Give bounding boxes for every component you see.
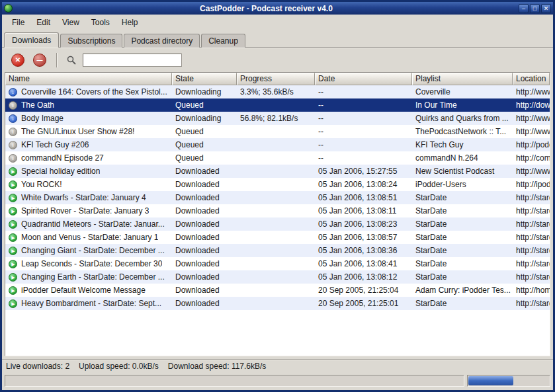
episode-state: Queued — [172, 151, 237, 165]
status-upload-speed: Upload speed: 0.0kB/s — [79, 362, 159, 371]
episode-progress — [237, 297, 315, 310]
episode-name: The Oath — [21, 98, 54, 112]
episode-name: Leap Seconds - StarDate: December 30 — [21, 257, 162, 270]
episode-progress: 3.3%; 35.6kB/s — [237, 85, 315, 98]
episode-progress — [237, 151, 315, 165]
episode-progress — [237, 98, 315, 112]
episode-date: -- — [315, 151, 412, 165]
remove-download-button[interactable] — [32, 52, 48, 68]
episode-location: http://ipod — [513, 178, 550, 191]
episode-date: 05 Jan 2006, 13:08:36 — [315, 244, 412, 257]
episode-date: 05 Jan 2006, 13:08:24 — [315, 178, 412, 191]
episode-playlist: New Scientist Podcast — [412, 165, 513, 178]
episode-location: http://comm — [513, 151, 550, 165]
close-button[interactable]: ✕ — [541, 4, 551, 13]
column-header-state[interactable]: State — [172, 73, 237, 85]
remove-download-icon — [33, 54, 46, 67]
table-row[interactable]: ▶ Changing Earth - StarDate: December ..… — [5, 270, 550, 284]
table-row[interactable]: ▶ Special holiday edition Downloaded 05 … — [5, 165, 550, 178]
downloaded-icon: ▶ — [9, 194, 17, 202]
episode-progress — [237, 217, 315, 231]
episode-playlist: StarDate — [412, 191, 513, 204]
table-row[interactable]: ▶ iPodder Default Welcome Message Downlo… — [5, 284, 550, 297]
episode-date: -- — [315, 98, 412, 112]
column-header-playlist[interactable]: Playlist — [412, 73, 513, 85]
episode-name: Quadrantid Meteors - StarDate: Januar... — [21, 217, 165, 231]
episode-location: http://www. — [513, 85, 550, 98]
minimize-button[interactable]: – — [519, 4, 529, 13]
episode-playlist: StarDate — [412, 217, 513, 231]
episode-name: Changing Giant - StarDate: December ... — [21, 244, 165, 257]
episode-location: http://stard — [513, 217, 550, 231]
search-input[interactable] — [83, 54, 182, 67]
table-row[interactable]: ▶ Changing Giant - StarDate: December ..… — [5, 244, 550, 257]
table-row[interactable]: ↓ Coverville 164: Covers of the Sex Pist… — [5, 85, 550, 98]
tab-podcast-directory[interactable]: Podcast directory — [124, 34, 200, 48]
table-row[interactable]: ‖ The Oath Queued -- In Our Time http://… — [5, 98, 550, 112]
menu-item-tools[interactable]: Tools — [85, 16, 116, 29]
table-row[interactable]: ▶ Leap Seconds - StarDate: December 30 D… — [5, 257, 550, 270]
cancel-download-icon — [11, 54, 24, 67]
episode-date: 05 Jan 2006, 13:08:41 — [315, 257, 412, 270]
menu-item-edit[interactable]: Edit — [30, 16, 56, 29]
episode-location: http://stard — [513, 270, 550, 284]
episode-date: 20 Sep 2005, 21:25:04 — [315, 284, 412, 297]
status-bar: Live downloads: 2 Upload speed: 0.0kB/s … — [2, 359, 553, 373]
downloaded-icon: ▶ — [9, 180, 17, 189]
title-bar[interactable]: CastPodder - Podcast receiver v4.0 – □ ✕ — [2, 2, 553, 15]
menu-item-help[interactable]: Help — [116, 16, 144, 29]
downloaded-icon: ▶ — [9, 260, 17, 268]
downloaded-icon: ▶ — [9, 273, 17, 282]
episode-state: Queued — [172, 98, 237, 112]
table-row[interactable]: ‖ commandN Episode 27 Queued -- commandN… — [5, 151, 550, 165]
episode-name: Body Image — [21, 112, 64, 125]
tab-downloads[interactable]: Downloads — [4, 32, 59, 48]
table-row[interactable]: ▶ You ROCK! Downloaded 05 Jan 2006, 13:0… — [5, 178, 550, 191]
queued-icon: ‖ — [9, 154, 17, 163]
episode-name: Spirited Rover - StarDate: January 3 — [21, 204, 149, 217]
episode-playlist: StarDate — [412, 204, 513, 217]
episode-playlist: ThePodcastNetwork :: T... — [412, 125, 513, 138]
tab-cleanup[interactable]: Cleanup — [201, 34, 245, 48]
menu-item-file[interactable]: File — [6, 16, 30, 29]
table-row[interactable]: ▶ Moon and Venus - StarDate: January 1 D… — [5, 231, 550, 244]
downloading-icon: ↓ — [9, 88, 17, 97]
episode-progress — [237, 284, 315, 297]
app-icon — [4, 4, 13, 13]
episode-playlist: StarDate — [412, 244, 513, 257]
episode-state: Downloaded — [172, 191, 237, 204]
episode-location: http://stard — [513, 297, 550, 310]
table-row[interactable]: ▶ Quadrantid Meteors - StarDate: Januar.… — [5, 217, 550, 231]
maximize-button[interactable]: □ — [530, 4, 540, 13]
tab-strip: DownloadsSubscriptionsPodcast directoryC… — [2, 30, 553, 47]
table-row[interactable]: ↓ Body Image Downloading 56.8%; 82.1kB/s… — [5, 112, 550, 125]
episode-progress — [237, 191, 315, 204]
episode-state: Downloaded — [172, 231, 237, 244]
episode-name: Coverville 164: Covers of the Sex Pistol… — [21, 85, 167, 98]
episode-name: You ROCK! — [21, 178, 62, 191]
column-header-name[interactable]: Name — [5, 73, 172, 85]
table-row[interactable]: ‖ KFI Tech Guy #206 Queued -- KFI Tech G… — [5, 138, 550, 151]
status-download-speed: Download speed: 117.6kB/s — [168, 362, 267, 371]
app-window: CastPodder - Podcast receiver v4.0 – □ ✕… — [0, 0, 555, 392]
downloaded-icon: ▶ — [9, 233, 17, 242]
table-row[interactable]: ▶ Spirited Rover - StarDate: January 3 D… — [5, 204, 550, 217]
tab-subscriptions[interactable]: Subscriptions — [60, 34, 122, 48]
column-header-progress[interactable]: Progress — [237, 73, 315, 85]
column-header-location[interactable]: Location — [513, 73, 550, 85]
episode-date: -- — [315, 138, 412, 151]
episode-date: -- — [315, 125, 412, 138]
episode-location: http://stard — [513, 204, 550, 217]
column-header-date[interactable]: Date — [315, 73, 412, 85]
table-row[interactable]: ▶ Heavy Bombardment - StarDate: Sept... … — [5, 297, 550, 310]
window-title: CastPodder - Podcast receiver v4.0 — [15, 4, 517, 13]
episode-progress — [237, 244, 315, 257]
main-panel: NameStateProgressDatePlaylistLocation ↓ … — [2, 47, 553, 359]
cancel-download-button[interactable] — [10, 52, 26, 68]
episode-playlist: StarDate — [412, 297, 513, 310]
table-row[interactable]: ▶ White Dwarfs - StarDate: January 4 Dow… — [5, 191, 550, 204]
episode-date: 05 Jan 2006, 13:08:23 — [315, 217, 412, 231]
episode-name: White Dwarfs - StarDate: January 4 — [21, 191, 146, 204]
menu-item-view[interactable]: View — [56, 16, 85, 29]
table-row[interactable]: ‖ The GNU/Linux User Show #28! Queued --… — [5, 125, 550, 138]
